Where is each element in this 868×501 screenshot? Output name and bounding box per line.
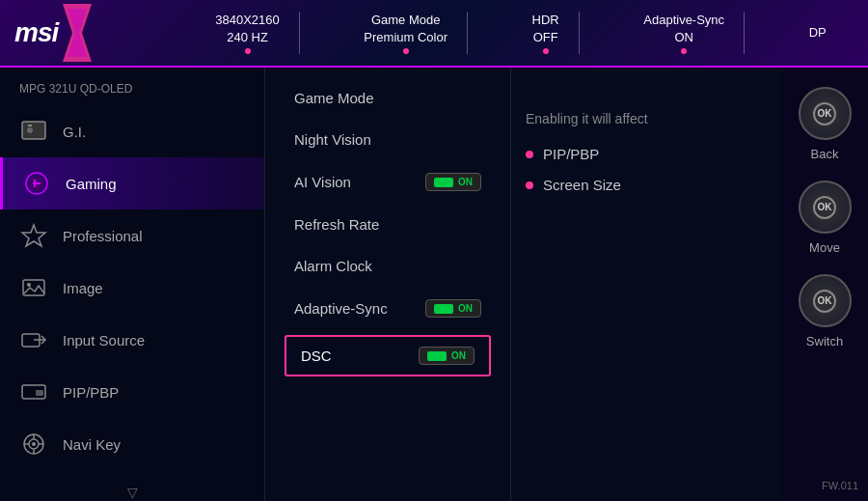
dsc-toggle-label: ON: [451, 350, 466, 361]
menu-item-alarm-clock[interactable]: Alarm Clock: [265, 245, 510, 287]
sidebar-label-gi: G.I.: [63, 124, 86, 140]
enabling-title: Enabling it will affect: [526, 111, 767, 126]
stat-adaptive-sync: Adaptive-Sync ON: [624, 12, 745, 54]
affect-item-pip-pbp: PIP/PBP: [526, 146, 767, 162]
sidebar-item-image[interactable]: Image: [0, 262, 264, 314]
sidebar-scroll-down[interactable]: ▽: [0, 470, 264, 501]
sidebar-item-input-source[interactable]: Input Source: [0, 314, 264, 366]
sidebar-label-image: Image: [63, 280, 103, 296]
menu-item-ai-vision[interactable]: AI Vision ON: [265, 160, 510, 204]
move-ok-text: OK: [818, 202, 832, 212]
switch-ok-text: OK: [818, 295, 832, 306]
switch-label: Switch: [806, 334, 843, 348]
sidebar-item-gi[interactable]: G.I.: [0, 105, 264, 157]
menu-label-game-mode: Game Mode: [294, 90, 481, 106]
sidebar-item-pip-pbp[interactable]: PIP/PBP: [0, 366, 264, 418]
adaptive-sync-toggle-label: ON: [458, 303, 473, 314]
menu-label-adaptive-sync: Adaptive-Sync: [294, 300, 425, 317]
ai-vision-toggle-label: ON: [458, 177, 473, 187]
input-source-icon: [19, 325, 48, 354]
menu-label-alarm-clock: Alarm Clock: [294, 258, 481, 274]
sidebar: MPG 321U QD-OLED G.I.: [0, 68, 265, 501]
affect-dot-screen-size: [526, 181, 533, 189]
menu-label-night-vision: Night Vision: [294, 131, 481, 148]
dsc-toggle[interactable]: ON: [419, 347, 475, 365]
affect-label-pip-pbp: PIP/PBP: [543, 146, 599, 162]
sidebar-item-professional[interactable]: Professional: [0, 209, 264, 262]
svg-marker-1: [68, 9, 87, 57]
main-content: MPG 321U QD-OLED G.I.: [0, 68, 868, 501]
sidebar-label-input-source: Input Source: [63, 332, 145, 348]
logo-chevron: [63, 4, 92, 62]
adaptive-sync-toggle-indicator: [434, 304, 453, 314]
move-button[interactable]: OK: [799, 181, 852, 234]
professional-icon: [19, 221, 48, 250]
svg-point-11: [27, 283, 31, 287]
svg-marker-9: [22, 225, 45, 246]
move-label: Move: [809, 240, 840, 255]
affect-dot-pip-pbp: [526, 151, 533, 158]
center-panel: Game Mode Night Vision AI Vision ON Refr…: [265, 68, 511, 501]
svg-rect-8: [33, 182, 41, 184]
navi-key-icon: [19, 430, 48, 459]
msi-logo: msi: [14, 17, 58, 48]
logo-area: msi: [0, 4, 154, 62]
monitor-title: MPG 321U QD-OLED: [0, 77, 264, 105]
gi-icon: [19, 117, 48, 146]
stat-hdr: HDR OFF: [513, 12, 580, 54]
svg-rect-4: [28, 125, 32, 126]
top-banner: msi 3840X2160 240 HZ Game Mode Premium C…: [0, 0, 868, 68]
menu-label-refresh-rate: Refresh Rate: [294, 216, 481, 233]
pip-pbp-icon: [19, 377, 48, 406]
sidebar-label-navi-key: Navi Key: [63, 436, 121, 453]
sidebar-item-gaming[interactable]: Gaming: [0, 157, 264, 209]
menu-item-adaptive-sync[interactable]: Adaptive-Sync ON: [265, 287, 510, 330]
svg-rect-2: [22, 122, 45, 139]
stat-resolution: 3840X2160 240 HZ: [196, 12, 300, 54]
affect-label-screen-size: Screen Size: [543, 177, 621, 193]
menu-label-ai-vision: AI Vision: [294, 174, 425, 190]
menu-item-game-mode[interactable]: Game Mode: [265, 77, 510, 119]
stat-game-mode: Game Mode Premium Color: [344, 12, 468, 54]
svg-rect-10: [23, 280, 44, 295]
adaptive-sync-toggle[interactable]: ON: [425, 299, 481, 318]
ai-vision-toggle-indicator: [434, 178, 453, 187]
menu-item-dsc[interactable]: DSC ON: [285, 335, 491, 376]
svg-point-3: [27, 127, 33, 133]
sidebar-label-gaming: Gaming: [66, 176, 117, 192]
sidebar-item-navi-key[interactable]: Navi Key: [0, 418, 264, 470]
sidebar-label-professional: Professional: [63, 228, 143, 244]
svg-point-18: [32, 442, 36, 446]
stat-dp: DP: [790, 24, 846, 42]
menu-item-night-vision[interactable]: Night Vision: [265, 119, 510, 160]
svg-rect-15: [36, 390, 43, 396]
back-ok-text: OK: [818, 108, 832, 119]
banner-stats: 3840X2160 240 HZ Game Mode Premium Color…: [154, 12, 868, 54]
back-button[interactable]: OK: [799, 87, 852, 140]
sidebar-label-pip-pbp: PIP/PBP: [63, 384, 119, 401]
menu-label-dsc: DSC: [301, 348, 419, 364]
affect-item-screen-size: Screen Size: [526, 177, 767, 193]
back-label: Back: [811, 147, 839, 161]
ai-vision-toggle[interactable]: ON: [425, 173, 481, 191]
gaming-icon: [22, 169, 51, 198]
controls-panel: OK Back OK Move OK Switch FW.011: [781, 68, 868, 501]
switch-button[interactable]: OK: [799, 274, 852, 327]
fw-version: FW.011: [822, 480, 858, 491]
right-panel: Enabling it will affect PIP/PBP Screen S…: [511, 68, 781, 501]
image-icon: [19, 273, 48, 302]
menu-item-refresh-rate[interactable]: Refresh Rate: [265, 204, 510, 245]
dsc-toggle-indicator: [427, 351, 447, 361]
